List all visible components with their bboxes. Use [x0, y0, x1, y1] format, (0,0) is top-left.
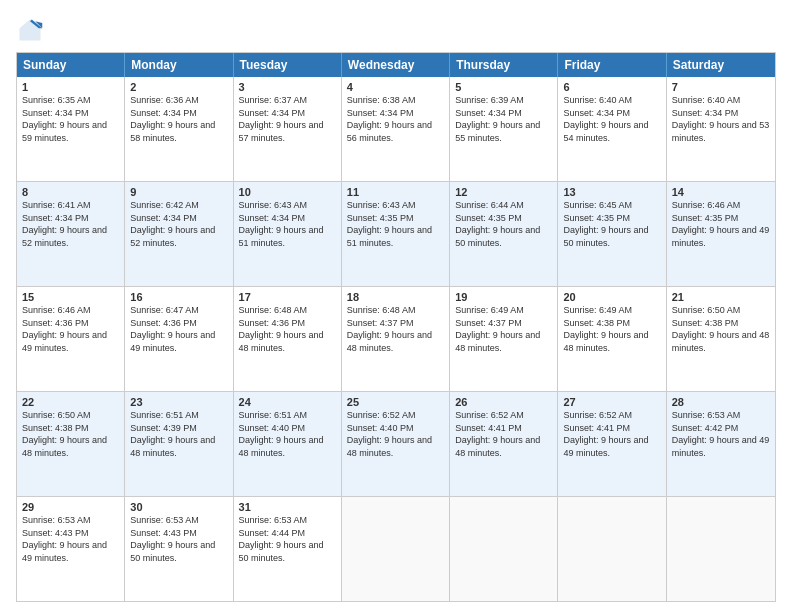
day-info: Sunrise: 6:38 AMSunset: 4:34 PMDaylight:… [347, 94, 444, 144]
day-number: 2 [130, 81, 227, 93]
day-number: 8 [22, 186, 119, 198]
cal-cell-3: 3 Sunrise: 6:37 AMSunset: 4:34 PMDayligh… [234, 77, 342, 181]
day-info: Sunrise: 6:48 AMSunset: 4:36 PMDaylight:… [239, 304, 336, 354]
cal-row-5: 29 Sunrise: 6:53 AMSunset: 4:43 PMDaylig… [17, 496, 775, 601]
cal-cell-11: 11 Sunrise: 6:43 AMSunset: 4:35 PMDaylig… [342, 182, 450, 286]
day-number: 31 [239, 501, 336, 513]
day-number: 4 [347, 81, 444, 93]
day-number: 28 [672, 396, 770, 408]
cal-cell-6: 6 Sunrise: 6:40 AMSunset: 4:34 PMDayligh… [558, 77, 666, 181]
day-info: Sunrise: 6:40 AMSunset: 4:34 PMDaylight:… [563, 94, 660, 144]
day-info: Sunrise: 6:50 AMSunset: 4:38 PMDaylight:… [672, 304, 770, 354]
day-info: Sunrise: 6:49 AMSunset: 4:37 PMDaylight:… [455, 304, 552, 354]
day-info: Sunrise: 6:50 AMSunset: 4:38 PMDaylight:… [22, 409, 119, 459]
day-number: 25 [347, 396, 444, 408]
day-info: Sunrise: 6:48 AMSunset: 4:37 PMDaylight:… [347, 304, 444, 354]
day-info: Sunrise: 6:43 AMSunset: 4:34 PMDaylight:… [239, 199, 336, 249]
day-info: Sunrise: 6:37 AMSunset: 4:34 PMDaylight:… [239, 94, 336, 144]
day-number: 7 [672, 81, 770, 93]
day-info: Sunrise: 6:36 AMSunset: 4:34 PMDaylight:… [130, 94, 227, 144]
logo-icon [16, 16, 44, 44]
day-info: Sunrise: 6:41 AMSunset: 4:34 PMDaylight:… [22, 199, 119, 249]
day-number: 9 [130, 186, 227, 198]
day-info: Sunrise: 6:40 AMSunset: 4:34 PMDaylight:… [672, 94, 770, 144]
day-info: Sunrise: 6:35 AMSunset: 4:34 PMDaylight:… [22, 94, 119, 144]
calendar-header: SundayMondayTuesdayWednesdayThursdayFrid… [17, 53, 775, 77]
calendar: SundayMondayTuesdayWednesdayThursdayFrid… [16, 52, 776, 602]
day-number: 13 [563, 186, 660, 198]
cal-cell-empty [667, 497, 775, 601]
cal-cell-30: 30 Sunrise: 6:53 AMSunset: 4:43 PMDaylig… [125, 497, 233, 601]
day-info: Sunrise: 6:46 AMSunset: 4:36 PMDaylight:… [22, 304, 119, 354]
day-info: Sunrise: 6:53 AMSunset: 4:44 PMDaylight:… [239, 514, 336, 564]
day-number: 23 [130, 396, 227, 408]
day-info: Sunrise: 6:49 AMSunset: 4:38 PMDaylight:… [563, 304, 660, 354]
day-number: 16 [130, 291, 227, 303]
header-day-monday: Monday [125, 53, 233, 77]
cal-cell-7: 7 Sunrise: 6:40 AMSunset: 4:34 PMDayligh… [667, 77, 775, 181]
cal-cell-17: 17 Sunrise: 6:48 AMSunset: 4:36 PMDaylig… [234, 287, 342, 391]
day-number: 22 [22, 396, 119, 408]
cal-cell-18: 18 Sunrise: 6:48 AMSunset: 4:37 PMDaylig… [342, 287, 450, 391]
day-info: Sunrise: 6:51 AMSunset: 4:40 PMDaylight:… [239, 409, 336, 459]
day-info: Sunrise: 6:42 AMSunset: 4:34 PMDaylight:… [130, 199, 227, 249]
cal-cell-14: 14 Sunrise: 6:46 AMSunset: 4:35 PMDaylig… [667, 182, 775, 286]
day-number: 14 [672, 186, 770, 198]
cal-row-4: 22 Sunrise: 6:50 AMSunset: 4:38 PMDaylig… [17, 391, 775, 496]
cal-cell-1: 1 Sunrise: 6:35 AMSunset: 4:34 PMDayligh… [17, 77, 125, 181]
day-number: 24 [239, 396, 336, 408]
cal-cell-16: 16 Sunrise: 6:47 AMSunset: 4:36 PMDaylig… [125, 287, 233, 391]
day-number: 29 [22, 501, 119, 513]
page: SundayMondayTuesdayWednesdayThursdayFrid… [0, 0, 792, 612]
day-number: 11 [347, 186, 444, 198]
cal-cell-19: 19 Sunrise: 6:49 AMSunset: 4:37 PMDaylig… [450, 287, 558, 391]
day-number: 6 [563, 81, 660, 93]
cal-cell-9: 9 Sunrise: 6:42 AMSunset: 4:34 PMDayligh… [125, 182, 233, 286]
cal-cell-22: 22 Sunrise: 6:50 AMSunset: 4:38 PMDaylig… [17, 392, 125, 496]
day-info: Sunrise: 6:47 AMSunset: 4:36 PMDaylight:… [130, 304, 227, 354]
day-info: Sunrise: 6:53 AMSunset: 4:43 PMDaylight:… [130, 514, 227, 564]
cal-cell-31: 31 Sunrise: 6:53 AMSunset: 4:44 PMDaylig… [234, 497, 342, 601]
cal-cell-26: 26 Sunrise: 6:52 AMSunset: 4:41 PMDaylig… [450, 392, 558, 496]
cal-cell-4: 4 Sunrise: 6:38 AMSunset: 4:34 PMDayligh… [342, 77, 450, 181]
cal-cell-12: 12 Sunrise: 6:44 AMSunset: 4:35 PMDaylig… [450, 182, 558, 286]
cal-cell-10: 10 Sunrise: 6:43 AMSunset: 4:34 PMDaylig… [234, 182, 342, 286]
calendar-body: 1 Sunrise: 6:35 AMSunset: 4:34 PMDayligh… [17, 77, 775, 601]
day-info: Sunrise: 6:52 AMSunset: 4:40 PMDaylight:… [347, 409, 444, 459]
day-number: 15 [22, 291, 119, 303]
day-number: 10 [239, 186, 336, 198]
header-day-sunday: Sunday [17, 53, 125, 77]
cal-cell-8: 8 Sunrise: 6:41 AMSunset: 4:34 PMDayligh… [17, 182, 125, 286]
cal-cell-empty [342, 497, 450, 601]
day-number: 27 [563, 396, 660, 408]
day-info: Sunrise: 6:53 AMSunset: 4:43 PMDaylight:… [22, 514, 119, 564]
day-number: 30 [130, 501, 227, 513]
day-number: 18 [347, 291, 444, 303]
day-info: Sunrise: 6:51 AMSunset: 4:39 PMDaylight:… [130, 409, 227, 459]
cal-cell-13: 13 Sunrise: 6:45 AMSunset: 4:35 PMDaylig… [558, 182, 666, 286]
header-day-friday: Friday [558, 53, 666, 77]
header-day-tuesday: Tuesday [234, 53, 342, 77]
cal-cell-15: 15 Sunrise: 6:46 AMSunset: 4:36 PMDaylig… [17, 287, 125, 391]
day-info: Sunrise: 6:44 AMSunset: 4:35 PMDaylight:… [455, 199, 552, 249]
cal-cell-29: 29 Sunrise: 6:53 AMSunset: 4:43 PMDaylig… [17, 497, 125, 601]
cal-cell-5: 5 Sunrise: 6:39 AMSunset: 4:34 PMDayligh… [450, 77, 558, 181]
day-info: Sunrise: 6:53 AMSunset: 4:42 PMDaylight:… [672, 409, 770, 459]
day-number: 20 [563, 291, 660, 303]
day-info: Sunrise: 6:52 AMSunset: 4:41 PMDaylight:… [563, 409, 660, 459]
cal-cell-23: 23 Sunrise: 6:51 AMSunset: 4:39 PMDaylig… [125, 392, 233, 496]
cal-cell-21: 21 Sunrise: 6:50 AMSunset: 4:38 PMDaylig… [667, 287, 775, 391]
day-number: 17 [239, 291, 336, 303]
cal-cell-2: 2 Sunrise: 6:36 AMSunset: 4:34 PMDayligh… [125, 77, 233, 181]
day-info: Sunrise: 6:45 AMSunset: 4:35 PMDaylight:… [563, 199, 660, 249]
day-info: Sunrise: 6:43 AMSunset: 4:35 PMDaylight:… [347, 199, 444, 249]
cal-cell-28: 28 Sunrise: 6:53 AMSunset: 4:42 PMDaylig… [667, 392, 775, 496]
header-day-wednesday: Wednesday [342, 53, 450, 77]
day-number: 26 [455, 396, 552, 408]
cal-cell-27: 27 Sunrise: 6:52 AMSunset: 4:41 PMDaylig… [558, 392, 666, 496]
day-info: Sunrise: 6:39 AMSunset: 4:34 PMDaylight:… [455, 94, 552, 144]
day-info: Sunrise: 6:52 AMSunset: 4:41 PMDaylight:… [455, 409, 552, 459]
day-number: 21 [672, 291, 770, 303]
cal-cell-20: 20 Sunrise: 6:49 AMSunset: 4:38 PMDaylig… [558, 287, 666, 391]
cal-row-3: 15 Sunrise: 6:46 AMSunset: 4:36 PMDaylig… [17, 286, 775, 391]
